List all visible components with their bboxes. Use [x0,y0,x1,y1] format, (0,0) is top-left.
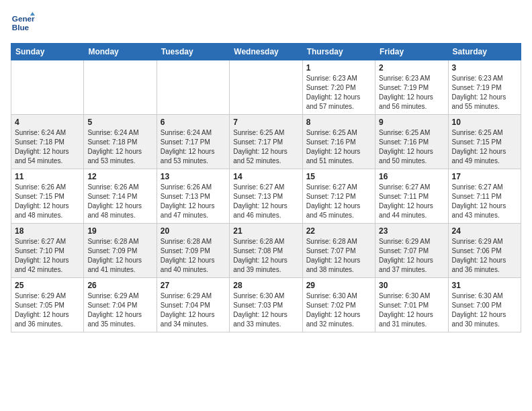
day-info: Sunrise: 6:24 AM Sunset: 7:18 PM Dayligh… [87,128,152,166]
day-info: Sunrise: 6:24 AM Sunset: 7:17 PM Dayligh… [161,128,226,166]
day-number: 29 [306,281,371,290]
day-info: Sunrise: 6:27 AM Sunset: 7:10 PM Dayligh… [15,237,80,275]
calendar-cell: 30Sunrise: 6:30 AM Sunset: 7:01 PM Dayli… [375,278,448,332]
day-number: 24 [452,226,517,236]
calendar-cell: 4Sunrise: 6:24 AM Sunset: 7:18 PM Daylig… [11,115,84,169]
calendar-cell: 3Sunrise: 6:23 AM Sunset: 7:19 PM Daylig… [448,60,521,115]
day-number: 27 [161,281,226,290]
day-number: 13 [161,172,226,181]
weekday-header: Friday [375,44,448,60]
calendar-cell [230,60,302,115]
weekday-header: Wednesday [230,44,302,60]
day-number: 6 [161,118,226,127]
day-info: Sunrise: 6:26 AM Sunset: 7:15 PM Dayligh… [15,183,80,220]
calendar-cell: 29Sunrise: 6:30 AM Sunset: 7:02 PM Dayli… [302,278,375,332]
calendar-cell: 25Sunrise: 6:29 AM Sunset: 7:05 PM Dayli… [11,278,84,332]
day-number: 3 [452,63,517,73]
day-number: 15 [306,172,371,181]
calendar-week-row: 1Sunrise: 6:23 AM Sunset: 7:20 PM Daylig… [11,60,521,115]
calendar-cell: 27Sunrise: 6:29 AM Sunset: 7:04 PM Dayli… [157,278,229,332]
calendar-cell: 6Sunrise: 6:24 AM Sunset: 7:17 PM Daylig… [157,115,229,169]
calendar-cell: 22Sunrise: 6:28 AM Sunset: 7:07 PM Dayli… [302,224,375,278]
calendar-cell: 14Sunrise: 6:27 AM Sunset: 7:13 PM Dayli… [230,169,302,224]
day-number: 9 [379,118,444,127]
calendar-cell: 21Sunrise: 6:28 AM Sunset: 7:08 PM Dayli… [230,224,302,278]
day-number: 8 [306,118,371,127]
calendar-week-row: 4Sunrise: 6:24 AM Sunset: 7:18 PM Daylig… [11,115,521,169]
day-info: Sunrise: 6:23 AM Sunset: 7:19 PM Dayligh… [452,74,517,111]
day-info: Sunrise: 6:28 AM Sunset: 7:08 PM Dayligh… [233,237,298,275]
day-number: 7 [233,118,298,127]
day-info: Sunrise: 6:25 AM Sunset: 7:16 PM Dayligh… [379,128,444,166]
day-info: Sunrise: 6:29 AM Sunset: 7:04 PM Dayligh… [161,291,226,329]
day-number: 11 [15,172,80,181]
page-header: General Blue [11,11,521,35]
day-number: 5 [87,118,152,127]
day-number: 31 [452,281,517,290]
weekday-header: Monday [84,44,157,60]
calendar-cell: 16Sunrise: 6:27 AM Sunset: 7:11 PM Dayli… [375,169,448,224]
calendar-cell [84,60,157,115]
day-info: Sunrise: 6:27 AM Sunset: 7:13 PM Dayligh… [233,183,298,220]
day-number: 18 [15,226,80,236]
calendar-cell: 23Sunrise: 6:29 AM Sunset: 7:07 PM Dayli… [375,224,448,278]
day-info: Sunrise: 6:29 AM Sunset: 7:04 PM Dayligh… [87,291,152,329]
svg-text:Blue: Blue [12,23,30,32]
day-number: 10 [452,118,517,127]
day-info: Sunrise: 6:29 AM Sunset: 7:06 PM Dayligh… [452,237,517,275]
day-info: Sunrise: 6:25 AM Sunset: 7:16 PM Dayligh… [306,128,371,166]
day-number: 17 [452,172,517,181]
day-number: 2 [379,63,444,73]
calendar-cell: 26Sunrise: 6:29 AM Sunset: 7:04 PM Dayli… [84,278,157,332]
calendar-cell: 28Sunrise: 6:30 AM Sunset: 7:03 PM Dayli… [230,278,302,332]
day-number: 28 [233,281,298,290]
calendar-cell: 2Sunrise: 6:23 AM Sunset: 7:19 PM Daylig… [375,60,448,115]
day-info: Sunrise: 6:23 AM Sunset: 7:20 PM Dayligh… [306,74,371,111]
day-info: Sunrise: 6:26 AM Sunset: 7:13 PM Dayligh… [161,183,226,220]
day-info: Sunrise: 6:27 AM Sunset: 7:11 PM Dayligh… [379,183,444,220]
calendar-week-row: 25Sunrise: 6:29 AM Sunset: 7:05 PM Dayli… [11,278,521,332]
day-info: Sunrise: 6:25 AM Sunset: 7:17 PM Dayligh… [233,128,298,166]
weekday-header-row: SundayMondayTuesdayWednesdayThursdayFrid… [11,44,521,60]
calendar-cell: 12Sunrise: 6:26 AM Sunset: 7:14 PM Dayli… [84,169,157,224]
day-info: Sunrise: 6:28 AM Sunset: 7:07 PM Dayligh… [306,237,371,275]
calendar-cell: 13Sunrise: 6:26 AM Sunset: 7:13 PM Dayli… [157,169,229,224]
calendar-cell: 24Sunrise: 6:29 AM Sunset: 7:06 PM Dayli… [448,224,521,278]
day-number: 16 [379,172,444,181]
weekday-header: Sunday [11,44,84,60]
day-info: Sunrise: 6:28 AM Sunset: 7:09 PM Dayligh… [87,237,152,275]
calendar-cell [157,60,229,115]
day-info: Sunrise: 6:23 AM Sunset: 7:19 PM Dayligh… [379,74,444,111]
day-info: Sunrise: 6:28 AM Sunset: 7:09 PM Dayligh… [161,237,226,275]
day-number: 19 [87,226,152,236]
day-number: 25 [15,281,80,290]
weekday-header: Saturday [448,44,521,60]
day-number: 30 [379,281,444,290]
day-info: Sunrise: 6:26 AM Sunset: 7:14 PM Dayligh… [87,183,152,220]
calendar-cell: 10Sunrise: 6:25 AM Sunset: 7:15 PM Dayli… [448,115,521,169]
calendar-week-row: 11Sunrise: 6:26 AM Sunset: 7:15 PM Dayli… [11,169,521,224]
day-number: 23 [379,226,444,236]
day-info: Sunrise: 6:29 AM Sunset: 7:05 PM Dayligh… [15,291,80,329]
day-number: 12 [87,172,152,181]
calendar-cell: 11Sunrise: 6:26 AM Sunset: 7:15 PM Dayli… [11,169,84,224]
calendar-week-row: 18Sunrise: 6:27 AM Sunset: 7:10 PM Dayli… [11,224,521,278]
calendar-cell: 9Sunrise: 6:25 AM Sunset: 7:16 PM Daylig… [375,115,448,169]
calendar-cell: 19Sunrise: 6:28 AM Sunset: 7:09 PM Dayli… [84,224,157,278]
day-number: 20 [161,226,226,236]
day-number: 26 [87,281,152,290]
day-number: 1 [306,63,371,73]
calendar-cell: 5Sunrise: 6:24 AM Sunset: 7:18 PM Daylig… [84,115,157,169]
day-info: Sunrise: 6:24 AM Sunset: 7:18 PM Dayligh… [15,128,80,166]
day-info: Sunrise: 6:27 AM Sunset: 7:12 PM Dayligh… [306,183,371,220]
day-number: 21 [233,226,298,236]
weekday-header: Thursday [302,44,375,60]
day-info: Sunrise: 6:30 AM Sunset: 7:01 PM Dayligh… [379,291,444,329]
calendar-cell [11,60,84,115]
calendar-cell: 15Sunrise: 6:27 AM Sunset: 7:12 PM Dayli… [302,169,375,224]
calendar-cell: 17Sunrise: 6:27 AM Sunset: 7:11 PM Dayli… [448,169,521,224]
calendar-cell: 1Sunrise: 6:23 AM Sunset: 7:20 PM Daylig… [302,60,375,115]
calendar-cell: 8Sunrise: 6:25 AM Sunset: 7:16 PM Daylig… [302,115,375,169]
day-info: Sunrise: 6:29 AM Sunset: 7:07 PM Dayligh… [379,237,444,275]
calendar-cell: 7Sunrise: 6:25 AM Sunset: 7:17 PM Daylig… [230,115,302,169]
